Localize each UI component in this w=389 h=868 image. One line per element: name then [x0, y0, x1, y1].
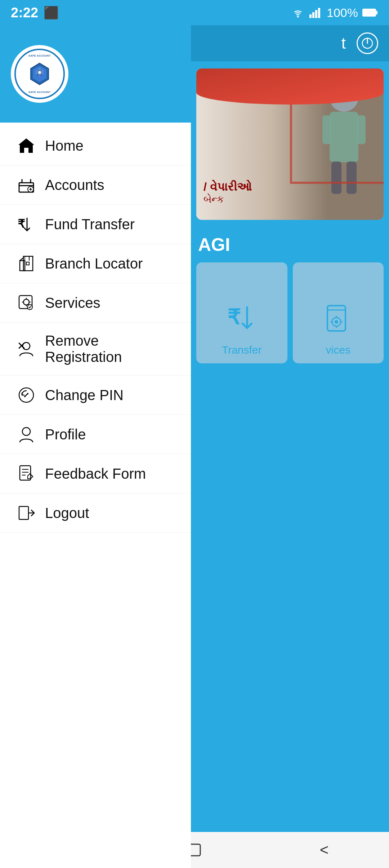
svg-point-40 [27, 393, 28, 394]
nav-item-fund-transfer[interactable]: ₹ Fund Transfer [0, 205, 191, 244]
nav-label-logout: Logout [45, 505, 89, 521]
drawer-header: SAFE ACCOUNT SAFE ACCOUNT [0, 25, 191, 123]
wifi-icon [291, 7, 305, 18]
svg-point-0 [297, 16, 299, 18]
fund-transfer-icon: ₹ [14, 215, 38, 234]
banner-area: / વેપારીઓ બેન્ક [196, 68, 384, 220]
nav-item-profile[interactable]: Profile [0, 415, 191, 454]
svg-point-41 [24, 396, 26, 397]
logo-hex-icon [27, 61, 52, 87]
svg-point-29 [23, 299, 29, 305]
back-nav-button[interactable]: < [310, 836, 339, 864]
nav-item-branch-locator[interactable]: Branch Locator [0, 244, 191, 283]
services-card-icon [322, 302, 354, 340]
services-card[interactable]: vices [293, 262, 384, 363]
drawer: SAFE ACCOUNT SAFE ACCOUNT [0, 25, 191, 868]
nav-item-services[interactable]: Services [0, 283, 191, 323]
svg-point-63 [335, 320, 338, 324]
battery-level: 100% [327, 6, 358, 20]
right-top-title: t [341, 34, 346, 52]
svg-rect-21 [20, 261, 25, 271]
nav-item-logout[interactable]: Logout [0, 493, 191, 533]
profile-icon [14, 425, 38, 444]
nav-label-home: Home [45, 138, 84, 154]
fund-transfer-card-label: Transfer [222, 344, 262, 356]
svg-rect-5 [363, 9, 376, 16]
nav-label-accounts: Accounts [45, 177, 104, 193]
nav-menu: Home Accounts [0, 123, 191, 868]
nav-item-accounts[interactable]: Accounts [0, 165, 191, 205]
nav-item-feedback-form[interactable]: Feedback Form [0, 454, 191, 493]
nav-label-change-pin: Change PIN [45, 387, 124, 403]
nav-label-feedback-form: Feedback Form [45, 466, 146, 482]
remove-registration-icon [14, 340, 38, 358]
branch-locator-icon [14, 254, 38, 273]
banner-text-area: / વેપારીઓ બેન્ક [204, 180, 252, 205]
svg-text:₹: ₹ [227, 305, 241, 329]
status-bar: 2:22 ⬛ 100% [0, 0, 389, 25]
svg-rect-48 [19, 506, 28, 519]
screenshot-icon: ⬛ [44, 5, 59, 20]
feedback-form-icon [14, 464, 38, 483]
power-button[interactable] [357, 32, 378, 54]
status-time: 2:22 [11, 5, 38, 21]
services-icon [14, 293, 38, 312]
nav-label-services: Services [45, 295, 100, 311]
nav-label-branch-locator: Branch Locator [45, 256, 143, 272]
svg-point-11 [38, 71, 41, 74]
svg-rect-6 [376, 11, 377, 14]
svg-rect-3 [315, 10, 317, 18]
change-pin-icon [14, 386, 38, 404]
service-cards-grid: ₹ Transfer [191, 259, 389, 367]
signal-icon [309, 7, 322, 18]
agi-label: AGI [191, 227, 389, 259]
services-card-label: vices [326, 344, 350, 356]
fund-transfer-card[interactable]: ₹ Transfer [196, 262, 287, 363]
banner-red-top [196, 68, 384, 105]
nav-item-home[interactable]: Home [0, 126, 191, 165]
nav-label-profile: Profile [45, 426, 86, 443]
banner-text-line2: બેન્ક [204, 194, 252, 205]
nav-label-fund-transfer: Fund Transfer [45, 216, 135, 232]
logout-icon [14, 504, 38, 522]
svg-rect-4 [318, 8, 320, 18]
svg-rect-25 [26, 262, 29, 265]
svg-rect-43 [20, 466, 31, 480]
svg-point-42 [22, 428, 30, 435]
svg-rect-1 [309, 14, 312, 18]
nav-item-remove-registration[interactable]: Remove Registration [0, 323, 191, 376]
svg-rect-2 [312, 12, 314, 18]
status-icons: 100% [291, 6, 378, 20]
app-logo: SAFE ACCOUNT SAFE ACCOUNT [11, 45, 68, 103]
fund-transfer-card-icon: ₹ [225, 301, 258, 340]
banner-text-line1: / વેપારીઓ [204, 180, 252, 194]
battery-icon [362, 8, 378, 17]
main-layout: SAFE ACCOUNT SAFE ACCOUNT [0, 25, 389, 868]
nav-label-remove-registration: Remove Registration [45, 333, 176, 365]
home-icon [14, 136, 38, 155]
right-top-bar: t [191, 25, 389, 61]
nav-item-change-pin[interactable]: Change PIN [0, 376, 191, 415]
accounts-icon [14, 176, 38, 194]
right-panel: t [191, 25, 389, 868]
